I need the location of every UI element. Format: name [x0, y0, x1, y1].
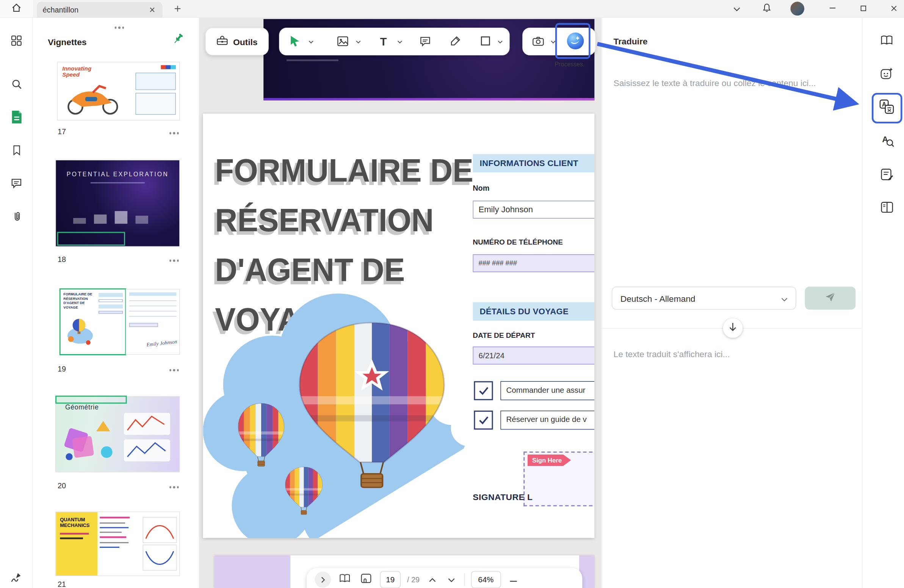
processes-label: Processes. [555, 61, 585, 68]
thumb17-logo [161, 65, 176, 70]
shape-tool-chevron[interactable] [495, 28, 504, 56]
thumbnail-page-19[interactable]: FORMULAIRE DE RÉSERVATION D'AGENT DE VOY… [60, 289, 126, 355]
edit-tool-chevron[interactable] [353, 28, 362, 56]
thumbnail-page-20[interactable]: Géométrie [56, 397, 180, 472]
thumb17-text-block [135, 93, 175, 115]
new-tab-button[interactable] [171, 2, 185, 16]
guide-option-field[interactable]: Réserver un guide de v [500, 411, 594, 430]
note-edit-icon [880, 168, 893, 183]
text-tool-chevron[interactable] [395, 28, 404, 56]
tab-title: échantillon [43, 5, 144, 14]
minimize-button[interactable] [824, 1, 841, 16]
phone-field[interactable]: ### ### ### [473, 254, 594, 272]
layout-view-button[interactable] [879, 200, 895, 217]
paper-plane-icon [824, 291, 836, 305]
tools-label: Outils [233, 37, 258, 47]
date-label: DATE DE DÉPART [473, 332, 535, 340]
text-tool-icon: T [380, 36, 387, 48]
notifications-button[interactable] [758, 1, 776, 16]
page-number-input[interactable]: 19 [380, 571, 401, 588]
reservation-form: INFORMATIONS CLIENT Nom Emily Johnson NU… [473, 154, 594, 523]
page-17-more-button[interactable] [167, 128, 182, 138]
comments-button[interactable] [8, 176, 25, 193]
reading-mode-button[interactable] [359, 572, 374, 587]
panel-drag-handle[interactable] [107, 25, 131, 30]
zoom-out-button[interactable] [507, 573, 520, 586]
shape-tool-button[interactable] [478, 28, 493, 56]
toolbox-icon [217, 35, 229, 48]
book-pen-icon [880, 35, 893, 49]
translate-input-area[interactable]: Saisissez le texte à traduire ou collez … [602, 58, 863, 278]
thumbnails-panel: Vignettes Innovating Speed 17 POTENTIAL … [33, 18, 200, 588]
page-21-label: 21 [58, 580, 66, 588]
ai-chat-button[interactable] [879, 67, 895, 83]
thumbnail-page-18[interactable]: POTENTIAL EXPLORATION [56, 160, 180, 247]
document-canvas: FORMULAIRE DE RÉSERVATION D'AGENT DE VOY… [199, 18, 601, 588]
page-20-label: 20 [58, 482, 66, 490]
signature-field[interactable]: Sign Here [523, 452, 594, 506]
page-total-label: / 29 [407, 575, 420, 584]
summarize-notes-button[interactable] [879, 167, 895, 183]
thumbnails-panel-button[interactable] [8, 109, 25, 126]
document-tab[interactable]: échantillon [37, 2, 163, 18]
comment-icon [10, 177, 22, 191]
thumb19-form-bar [98, 299, 123, 302]
insurance-checkbox[interactable] [474, 381, 493, 400]
edit-tool-button[interactable] [334, 28, 351, 56]
home-icon [11, 2, 22, 15]
thumb19b-row [129, 304, 177, 306]
maximize-icon [860, 3, 866, 14]
expand-bar-button[interactable] [315, 571, 331, 588]
page-layout-button[interactable] [337, 572, 352, 587]
home-button[interactable] [0, 0, 33, 17]
pen-tool-button[interactable] [447, 28, 463, 56]
page-19-more-button[interactable] [167, 365, 182, 375]
comment-tool-button[interactable] [417, 28, 433, 56]
chevron-down-icon [733, 3, 740, 14]
reader-tools-button[interactable] [879, 33, 895, 50]
page-18-more-button[interactable] [167, 256, 182, 265]
text-tool-button[interactable]: T [376, 28, 390, 56]
search-button[interactable] [8, 77, 25, 93]
tools-button[interactable]: Outils [205, 28, 269, 55]
previous-page-button[interactable] [426, 573, 439, 586]
thumb20-shapes [56, 397, 177, 472]
insurance-option-field[interactable]: Commander une assur [500, 381, 594, 400]
page-icon [360, 573, 372, 586]
maximize-button[interactable] [854, 1, 872, 16]
translate-panel-title: Traduire [613, 36, 647, 46]
select-tool-chevron[interactable] [306, 28, 315, 56]
text-search-icon: A [879, 133, 894, 150]
ocr-text-recognize-button[interactable]: A [879, 133, 895, 149]
thumbnail-page-21[interactable]: QUANTUM MECHANICS [56, 512, 180, 575]
close-window-button[interactable] [885, 1, 902, 16]
apps-grid-button[interactable] [8, 33, 25, 50]
date-field[interactable]: 6/21/24 [473, 346, 594, 364]
language-selected-label: Deutsch - Allemand [621, 293, 781, 303]
zoom-level[interactable]: 64% [471, 571, 501, 588]
attachments-button[interactable] [8, 209, 25, 226]
name-field[interactable]: Emily Johnson [473, 201, 594, 218]
page-20-more-button[interactable] [167, 483, 182, 492]
translate-send-button[interactable] [805, 287, 855, 310]
page-18-label: 18 [58, 255, 66, 264]
swap-direction-button[interactable] [723, 318, 743, 338]
close-tab-icon[interactable] [147, 5, 156, 14]
select-tool-button[interactable] [286, 28, 304, 56]
selection-rect-green-20 [55, 395, 127, 403]
avatar[interactable] [790, 2, 804, 16]
screenshot-tool-button[interactable] [530, 28, 546, 56]
bookmarks-button[interactable] [8, 143, 25, 160]
titlebar-chevron-button[interactable] [728, 1, 746, 16]
thumbnail-page-19b[interactable]: Emily Johnson [126, 290, 179, 354]
thumb18-timeline [73, 209, 162, 224]
guide-checkbox[interactable] [474, 411, 493, 430]
thumb18-subtitle-line [90, 182, 145, 183]
pin-panel-button[interactable] [171, 32, 186, 49]
signature-tool-button[interactable] [8, 570, 25, 587]
chevron-up-icon [429, 574, 436, 585]
next-page-button[interactable] [445, 573, 457, 586]
thumbnail-page-17[interactable]: Innovating Speed [58, 62, 179, 120]
grid-icon [10, 35, 22, 49]
target-language-select[interactable]: Deutsch - Allemand [612, 287, 797, 310]
